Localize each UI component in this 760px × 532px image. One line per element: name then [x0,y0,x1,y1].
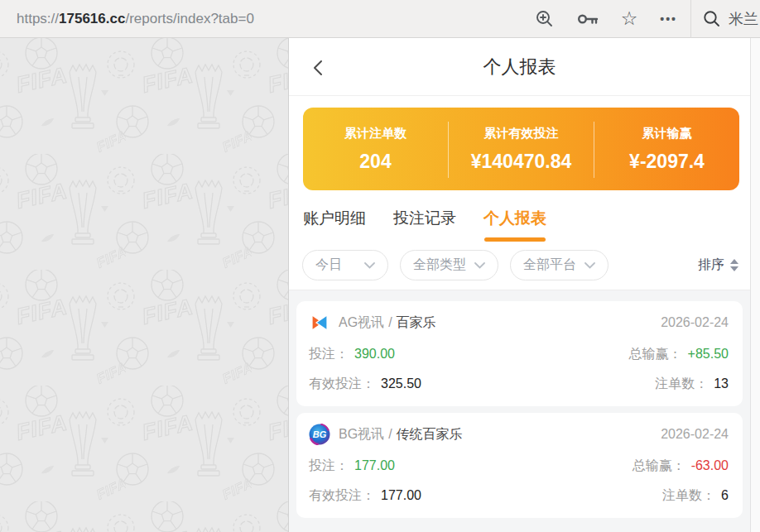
bg-logo-text: BG [313,429,327,439]
report-date: 2026-02-24 [661,427,729,442]
platform-name: BG视讯 [339,426,384,443]
url-prefix: https:// [17,11,59,26]
valid-bet-label: 有效投注： [309,376,375,393]
tab-bar: 账户明细 投注记录 个人报表 [289,190,750,242]
url-path: /reports/index?tab=0 [125,11,253,26]
tab-bet-records[interactable]: 投注记录 [393,208,456,242]
fifa-watermark-background: FIFA [0,38,289,532]
ag-platform-logo-icon [309,312,330,333]
search-query-text: 米兰 [729,9,758,29]
browser-address-bar: https://175616.cc/reports/index?tab=0 ☆ … [0,0,760,38]
report-card-bg[interactable]: BG BG视讯 / 传统百家乐 2026-02-24 投注： 177.00 总输… [296,413,743,518]
summary-win-loss: 累计输赢 ¥-2097.4 [594,108,739,190]
platform-name: AG视讯 [339,314,384,332]
summary-label: 累计注单数 [344,126,406,141]
sort-asc-icon [730,259,738,264]
summary-value: 204 [359,151,391,173]
browser-menu-icon[interactable]: ••• [660,13,677,25]
report-card-ag[interactable]: AG视讯 / 百家乐 2026-02-24 投注： 390.00 总输赢： +8… [296,301,743,406]
valid-bet-value: 177.00 [381,488,421,503]
url-text[interactable]: https://175616.cc/reports/index?tab=0 [17,11,254,27]
report-date: 2026-02-24 [661,315,729,330]
reports-page: 个人报表 累计注单数 204 累计有效投注 ¥140470.84 累计输赢 ¥-… [289,38,750,532]
key-icon[interactable] [577,12,599,26]
tab-personal-report[interactable]: 个人报表 [483,208,546,242]
summary-valid-bets: 累计有效投注 ¥140470.84 [449,108,594,190]
summary-value: ¥-2097.4 [629,151,705,173]
search-icon [703,10,721,28]
win-loss-value: -63.00 [691,458,729,473]
bet-value: 177.00 [354,458,395,473]
type-filter-dropdown[interactable]: 全部类型 [400,250,498,280]
win-loss-value: +85.50 [688,347,729,362]
page-header: 个人报表 [289,38,750,96]
page-title: 个人报表 [483,55,556,79]
bet-value: 390.00 [354,347,395,362]
date-filter-dropdown[interactable]: 今日 [302,250,388,280]
url-domain: 175616.cc [59,11,125,26]
filter-bar: 今日 全部类型 全部平台 排序 [289,242,750,290]
title-separator: / [388,315,392,330]
bet-label: 投注： [309,458,349,475]
valid-bet-label: 有效投注： [309,487,375,505]
valid-bet-value: 325.50 [381,376,421,391]
summary-label: 累计有效投注 [484,126,559,141]
summary-total-orders: 累计注单数 204 [303,108,448,190]
zoom-in-icon[interactable] [535,9,555,29]
summary-value: ¥140470.84 [471,151,572,173]
type-filter-value: 全部类型 [413,256,466,274]
date-filter-value: 今日 [315,256,342,274]
game-name: 传统百家乐 [397,426,463,443]
chevron-down-icon [584,262,595,269]
order-count-label: 注单数： [662,487,715,505]
order-count-value: 13 [714,376,729,391]
chevron-down-icon [364,262,375,269]
bg-platform-logo-icon: BG [309,424,330,445]
title-separator: / [388,427,392,442]
report-list: AG视讯 / 百家乐 2026-02-24 投注： 390.00 总输赢： +8… [289,290,750,532]
summary-label: 累计输赢 [642,126,692,141]
scrollbar-track[interactable] [750,38,760,532]
bookmark-star-icon[interactable]: ☆ [621,9,638,28]
tab-account-details[interactable]: 账户明细 [303,208,366,242]
sort-label: 排序 [698,256,724,274]
back-button[interactable] [312,60,324,76]
chevron-down-icon [474,262,485,269]
order-count-label: 注单数： [655,376,708,393]
sort-control[interactable]: 排序 [698,256,738,274]
order-count-value: 6 [721,488,729,503]
win-loss-label: 总输赢： [629,346,682,363]
sort-desc-icon [730,266,738,271]
game-name: 百家乐 [397,314,436,332]
fifa-pattern-svg: FIFA [0,38,289,532]
platform-filter-value: 全部平台 [523,256,576,274]
platform-filter-dropdown[interactable]: 全部平台 [510,250,608,280]
sort-arrows-icon [730,259,738,271]
summary-card: 累计注单数 204 累计有效投注 ¥140470.84 累计输赢 ¥-2097.… [303,108,739,190]
browser-search-box[interactable]: 米兰 [690,0,760,38]
win-loss-label: 总输赢： [633,458,685,475]
bet-label: 投注： [309,346,349,363]
